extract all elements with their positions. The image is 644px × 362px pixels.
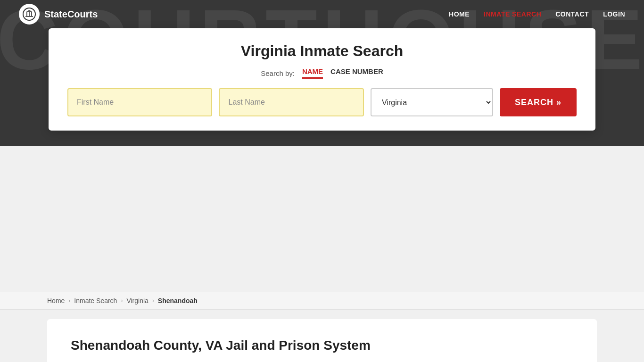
breadcrumb: Home › Inmate Search › Virginia › Shenan…	[0, 292, 644, 310]
search-by-label: Search by:	[261, 69, 295, 77]
breadcrumb-sep-1: ›	[68, 297, 70, 304]
search-by-row: Search by: NAME CASE NUMBER	[67, 67, 577, 79]
svg-rect-1	[25, 16, 33, 17]
main-content: Shenandoah County, VA Jail and Prison Sy…	[0, 310, 644, 362]
state-select[interactable]: Virginia Alabama Alaska Arizona Arkansas…	[371, 88, 493, 116]
breadcrumb-inmate-search[interactable]: Inmate Search	[74, 297, 117, 304]
logo-text: StateCourts	[44, 9, 98, 20]
svg-rect-3	[29, 12, 30, 16]
nav-links: HOME INMATE SEARCH CONTACT LOGIN	[449, 10, 625, 18]
breadcrumb-home[interactable]: Home	[47, 297, 65, 304]
svg-rect-4	[31, 12, 32, 16]
nav-inmate-search[interactable]: INMATE SEARCH	[484, 10, 541, 18]
first-name-input[interactable]	[67, 88, 212, 116]
breadcrumb-sep-2: ›	[121, 297, 123, 304]
search-button[interactable]: SEARCH »	[500, 88, 577, 116]
nav-contact[interactable]: CONTACT	[555, 10, 589, 18]
svg-rect-2	[26, 12, 27, 16]
hero-section: COURTHOUSE StateCourts HOME INMATE SEARC…	[0, 0, 644, 146]
breadcrumb-current: Shenandoah	[158, 297, 198, 304]
content-title: Shenandoah County, VA Jail and Prison Sy…	[71, 338, 573, 353]
search-inputs-row: Virginia Alabama Alaska Arizona Arkansas…	[67, 88, 577, 116]
search-card-title: Virginia Inmate Search	[67, 42, 577, 60]
last-name-input[interactable]	[219, 88, 363, 116]
content-card: Shenandoah County, VA Jail and Prison Sy…	[47, 319, 597, 362]
logo-icon	[19, 4, 40, 25]
logo-link[interactable]: StateCourts	[19, 4, 98, 25]
nav-home[interactable]: HOME	[449, 10, 470, 18]
breadcrumb-virginia[interactable]: Virginia	[126, 297, 148, 304]
nav-login[interactable]: LOGIN	[603, 10, 625, 18]
search-card: Virginia Inmate Search Search by: NAME C…	[49, 28, 595, 131]
tab-case-number[interactable]: CASE NUMBER	[330, 67, 383, 79]
breadcrumb-sep-3: ›	[152, 297, 154, 304]
tab-name[interactable]: NAME	[302, 67, 323, 79]
navigation: StateCourts HOME INMATE SEARCH CONTACT L…	[0, 0, 644, 28]
